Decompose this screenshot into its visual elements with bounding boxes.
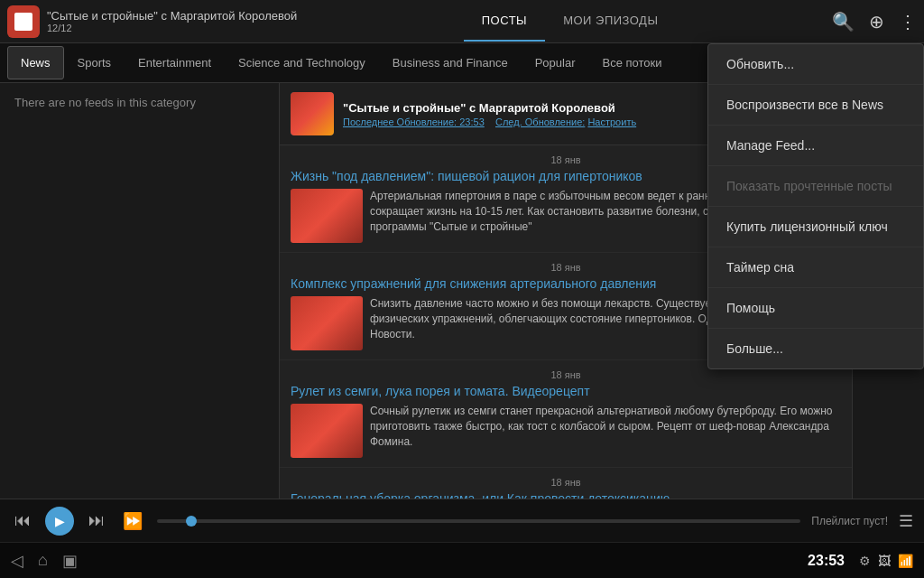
recents-icon[interactable]: ▣ [62,551,78,571]
top-tabs: ПОСТЫ МОИ ЭПИЗОДЫ [308,1,832,42]
app-title: "Сытые и стройные" с Маргаритой Королево… [47,9,297,23]
cat-entertainment[interactable]: Entertainment [125,46,225,79]
app-icon [7,5,40,38]
feed-item-text-2: Сочный рулетик из семги станет прекрасно… [370,404,841,458]
player-progress-bar[interactable] [157,519,800,523]
feed-item-thumb-0 [291,189,363,243]
top-bar: "Сытые и стройные" с Маргаритой Королево… [0,0,924,43]
wifi-icon: 📶 [898,554,913,568]
tab-posts[interactable]: ПОСТЫ [464,1,545,42]
feed-header-thumb [291,92,334,135]
menu-item-buy-license[interactable]: Купить лицензионный ключ [708,207,923,247]
cat-science[interactable]: Science and Technology [225,46,379,79]
system-bar: ◁ ⌂ ▣ 23:53 ⚙ 🖼 📶 [0,542,924,578]
image-icon: 🖼 [878,554,891,568]
tab-my-episodes[interactable]: МОИ ЭПИЗОДЫ [545,1,676,42]
app-count: 12/12 [47,23,297,33]
cat-popular[interactable]: Popular [522,46,589,79]
feed-item-3[interactable]: 18 янв Генеральная уборка организма, или… [280,468,852,499]
feed-item-thumb-2 [291,404,363,458]
more-icon[interactable]: ⋮ [899,11,917,33]
home-icon[interactable]: ⌂ [38,551,48,570]
feed-item-date-3: 18 янв [291,477,841,488]
cat-sports[interactable]: Sports [64,46,125,79]
menu-item-manage-feed[interactable]: Manage Feed... [708,126,923,166]
feed-item-title-2: Рулет из семги, лука порея и томата. Вид… [291,384,841,398]
feed-item-body-2: Сочный рулетик из семги станет прекрасно… [291,404,841,458]
manage-link[interactable]: Настроить [587,117,636,127]
menu-item-sleep-timer[interactable]: Таймер сна [708,247,923,288]
menu-item-more[interactable]: Больше... [708,329,923,368]
feed-item-date-2: 18 янв [291,369,841,380]
menu-item-refresh[interactable]: Обновить... [708,44,923,85]
no-feeds-text: There are no feeds in this category [14,96,196,109]
menu-item-show-read: Показать прочтенные посты [708,166,923,207]
bottom-player: ⏮ ▶ ⏭ ⏩ Плейлист пуст! ☰ [0,499,924,542]
cat-business[interactable]: Business and Finance [379,46,522,79]
back-icon[interactable]: ◁ [11,551,23,571]
status-icons: ⚙ 🖼 📶 [859,554,913,568]
dropdown-menu: Обновить... Воспроизвести все в News Man… [707,43,924,369]
menu-item-play-all[interactable]: Воспроизвести все в News [708,85,923,126]
skip-forward-button[interactable]: ⏭ [85,508,108,534]
top-icons: 🔍 ⊕ ⋮ [832,11,917,33]
play-button[interactable]: ▶ [45,507,74,536]
feed-item-thumb-1 [291,296,363,350]
fast-forward-button[interactable]: ⏩ [119,508,146,535]
skip-back-button[interactable]: ⏮ [11,508,34,534]
playlist-empty-text: Плейлист пуст! [811,515,888,527]
search-icon[interactable]: 🔍 [832,11,855,33]
cat-all-streams[interactable]: Все потоки [588,46,675,79]
left-panel: There are no feeds in this category [0,83,280,499]
settings-icon: ⚙ [859,554,871,568]
add-icon[interactable]: ⊕ [869,11,884,33]
menu-item-help[interactable]: Помощь [708,288,923,329]
feed-item-2[interactable]: 18 янв Рулет из семги, лука порея и тома… [280,360,852,468]
cat-news[interactable]: News [7,46,64,79]
feed-item-title-3: Генеральная уборка организма, или Как пр… [291,491,841,499]
playlist-list-icon[interactable]: ☰ [899,511,913,531]
player-progress-dot [186,516,197,527]
system-time: 23:53 [808,553,845,569]
